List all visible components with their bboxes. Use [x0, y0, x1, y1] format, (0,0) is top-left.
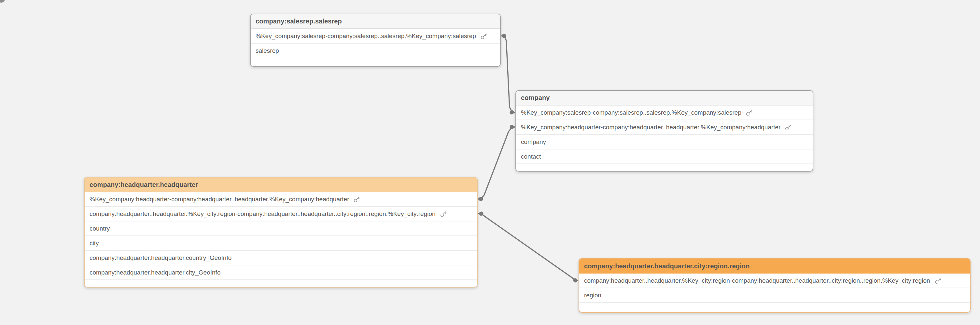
field-row[interactable]: company:headquarter..headquarter.%Key_ci…: [85, 207, 477, 221]
field-row[interactable]: company:headquarter.headquarter.city_Geo…: [85, 265, 477, 280]
field-row[interactable]: city: [85, 236, 477, 251]
table-title: company: [521, 94, 550, 102]
field-name: company:headquarter.headquarter.city_Geo…: [89, 269, 220, 276]
field-row[interactable]: %Key_company:headquarter-company:headqua…: [85, 192, 477, 207]
table-company-headquarter-headquarter[interactable]: company:headquarter.headquarter %Key_com…: [84, 177, 477, 288]
field-name: company:headquarter..headquarter.%Key_ci…: [89, 210, 436, 218]
field-name: city: [89, 240, 99, 247]
table-header[interactable]: company: [516, 91, 813, 105]
field-row[interactable]: company:headquarter.headquarter.country_…: [85, 251, 477, 265]
field-row[interactable]: contact: [516, 150, 813, 164]
field-row[interactable]: country: [85, 221, 477, 236]
field-name: %Key_company:salesrep-company:salesrep..…: [256, 33, 476, 40]
field-name: %Key_company:headquarter-company:headqua…: [521, 124, 780, 131]
field-row[interactable]: salesrep: [251, 44, 500, 58]
key-icon: [745, 109, 753, 116]
table-header[interactable]: company:headquarter.headquarter.city:reg…: [579, 259, 970, 274]
field-name: contact: [521, 153, 541, 160]
field-row[interactable]: %Key_company:headquarter-company:headqua…: [516, 120, 813, 135]
table-title: company:salesrep.salesrep: [256, 18, 342, 25]
key-icon: [784, 123, 792, 131]
field-name: %Key_company:headquarter-company:headqua…: [89, 196, 349, 203]
association-company-headquarter[interactable]: [478, 125, 515, 201]
association-salesrep-company[interactable]: [501, 34, 515, 115]
key-icon: [480, 32, 488, 40]
field-row[interactable]: company: [516, 135, 813, 150]
data-model-canvas[interactable]: company:salesrep.salesrep %Key_company:s…: [0, 0, 980, 325]
field-name: %Key_company:salesrep-company:salesrep..…: [521, 109, 741, 116]
table-company-salesrep-salesrep[interactable]: company:salesrep.salesrep %Key_company:s…: [250, 14, 501, 67]
association-headquarter-region[interactable]: [478, 212, 578, 283]
field-name: salesrep: [256, 47, 279, 54]
table-header[interactable]: company:headquarter.headquarter: [85, 177, 477, 192]
key-icon: [934, 277, 942, 285]
field-name: country: [89, 225, 110, 232]
field-row[interactable]: %Key_company:salesrep-company:salesrep..…: [516, 105, 813, 120]
table-header[interactable]: company:salesrep.salesrep: [251, 14, 500, 29]
field-row[interactable]: %Key_company:salesrep-company:salesrep..…: [251, 29, 500, 44]
field-name: company:headquarter.headquarter.country_…: [89, 254, 231, 261]
field-name: company:headquarter..headquarter.%Key_ci…: [584, 277, 930, 284]
key-icon: [439, 210, 447, 218]
table-region[interactable]: company:headquarter.headquarter.city:reg…: [579, 258, 970, 312]
field-name: company: [521, 139, 546, 146]
key-icon: [353, 195, 361, 203]
table-company[interactable]: company %Key_company:salesrep-company:sa…: [515, 90, 813, 172]
clipped-connector-dot: [0, 0, 5, 3]
field-row[interactable]: company:headquarter..headquarter.%Key_ci…: [579, 274, 970, 288]
table-title: company:headquarter.headquarter.city:reg…: [584, 263, 749, 270]
field-name: region: [584, 292, 601, 299]
field-row[interactable]: region: [579, 288, 970, 303]
table-title: company:headquarter.headquarter: [89, 181, 198, 188]
